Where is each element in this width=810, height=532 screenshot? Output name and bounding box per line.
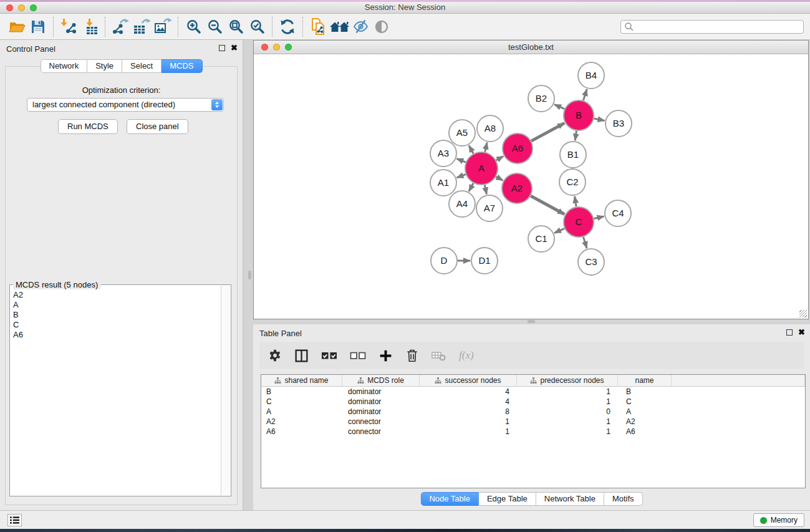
- tab-network[interactable]: Network: [40, 59, 87, 73]
- graph-node-A2[interactable]: A2: [502, 173, 532, 203]
- table-settings-button[interactable]: [268, 349, 282, 362]
- create-column-button[interactable]: [378, 349, 393, 363]
- task-history-button[interactable]: [7, 514, 22, 526]
- float-panel-icon[interactable]: [219, 45, 225, 51]
- graph-edge-A-A3[interactable]: [456, 158, 465, 162]
- table-row[interactable]: C dominator 4 1 C: [261, 397, 805, 407]
- graph-node-D1[interactable]: D1: [471, 248, 498, 274]
- close-table-panel-icon[interactable]: ✖: [798, 329, 805, 336]
- save-session-button[interactable]: [27, 17, 49, 37]
- graph-edge-C-C1[interactable]: [554, 228, 564, 233]
- column-header-successor-nodes[interactable]: successor nodes: [420, 375, 517, 386]
- export-image-button[interactable]: [152, 17, 173, 37]
- minimize-network-button[interactable]: [273, 44, 280, 51]
- graph-node-B4[interactable]: B4: [578, 62, 604, 89]
- vertical-divider-handle[interactable]: [248, 271, 251, 279]
- graph-node-A5[interactable]: A5: [449, 120, 475, 146]
- graph-edge-A6-B[interactable]: [531, 123, 564, 141]
- show-columns-button[interactable]: [294, 349, 309, 363]
- search-input[interactable]: [634, 22, 800, 31]
- graph-node-A4[interactable]: A4: [449, 191, 475, 217]
- graph-node-A3[interactable]: A3: [430, 140, 456, 167]
- graph-edge-B-B2[interactable]: [554, 104, 564, 109]
- graph-edge-A-A4[interactable]: [469, 183, 473, 191]
- tab-edge-table[interactable]: Edge Table: [479, 492, 536, 506]
- table-row[interactable]: B dominator 4 1 B: [261, 387, 805, 397]
- export-table-button[interactable]: [131, 17, 152, 37]
- graph-node-B3[interactable]: B3: [605, 110, 632, 137]
- delete-column-button[interactable]: [405, 348, 419, 363]
- search-box[interactable]: [620, 20, 804, 34]
- graph-edge-B-B4[interactable]: [583, 89, 587, 100]
- graph-edge-A-A5[interactable]: [469, 145, 473, 153]
- graph-node-C1[interactable]: C1: [528, 226, 554, 252]
- graph-edge-B-B1[interactable]: [575, 131, 576, 140]
- graph-node-B2[interactable]: B2: [528, 85, 554, 112]
- import-network-button[interactable]: [58, 17, 79, 37]
- result-item[interactable]: C: [11, 320, 220, 330]
- zoom-fit-button[interactable]: [225, 17, 246, 37]
- show-graphics-details-button[interactable]: [371, 17, 392, 37]
- result-item[interactable]: A2: [11, 290, 220, 300]
- graph-node-A1[interactable]: A1: [430, 170, 456, 196]
- tab-style[interactable]: Style: [87, 59, 122, 73]
- tab-mcds[interactable]: MCDS: [162, 59, 202, 73]
- minimize-window-button[interactable]: [18, 4, 25, 11]
- tab-motifs[interactable]: Motifs: [604, 492, 643, 506]
- graph-edge-C-C4[interactable]: [594, 216, 604, 219]
- zoom-in-button[interactable]: [183, 17, 204, 37]
- network-window-titlebar[interactable]: testGlobe.txt: [254, 41, 808, 54]
- delete-table-button[interactable]: [432, 349, 446, 362]
- close-panel-button[interactable]: Close panel: [127, 119, 188, 134]
- graph-edge-C-C3[interactable]: [583, 237, 587, 248]
- graph-edge-C-C2[interactable]: [575, 196, 577, 207]
- result-item[interactable]: A6: [11, 330, 220, 340]
- graph-node-A[interactable]: A: [465, 152, 498, 185]
- close-network-button[interactable]: [261, 44, 268, 51]
- graph-node-B1[interactable]: B1: [560, 142, 586, 168]
- column-header-predecessor-nodes[interactable]: predecessor nodes: [517, 375, 618, 386]
- apply-layout-button[interactable]: [277, 17, 298, 37]
- hide-graphics-details-button[interactable]: [350, 17, 371, 37]
- graph-node-A8[interactable]: A8: [477, 115, 503, 142]
- result-scrollbar[interactable]: [221, 286, 230, 495]
- graph-node-C3[interactable]: C3: [578, 249, 604, 275]
- graph-edge-A-A8[interactable]: [485, 142, 487, 152]
- graph-node-C2[interactable]: C2: [559, 169, 586, 195]
- graph-node-A6[interactable]: A6: [503, 133, 533, 163]
- table-row[interactable]: A dominator 8 0 A: [261, 407, 805, 417]
- resize-grip[interactable]: [799, 310, 807, 317]
- select-all-rows-button[interactable]: [321, 350, 337, 361]
- network-graph[interactable]: B4B2BB3A5A8A6A3B1AC2A1A2A4A7C4CC1C3DD1: [254, 54, 808, 319]
- graph-edge-A-A7[interactable]: [485, 185, 486, 194]
- export-network-button[interactable]: [110, 17, 131, 37]
- zoom-selected-button[interactable]: [246, 17, 268, 37]
- home-button[interactable]: [329, 17, 350, 37]
- graph-node-C[interactable]: C: [564, 207, 594, 237]
- float-table-panel-icon[interactable]: [786, 329, 793, 336]
- graph-edge-A-A2[interactable]: [496, 177, 503, 180]
- tab-network-table[interactable]: Network Table: [536, 492, 604, 506]
- deselect-all-rows-button[interactable]: [350, 350, 366, 361]
- graph-edge-A-A6[interactable]: [496, 157, 504, 160]
- tab-select[interactable]: Select: [122, 59, 162, 73]
- close-window-button[interactable]: [6, 4, 13, 11]
- clone-network-button[interactable]: [307, 17, 329, 37]
- graph-node-B[interactable]: B: [564, 100, 594, 130]
- horizontal-divider-handle[interactable]: [528, 320, 535, 323]
- column-header-name[interactable]: name: [618, 375, 672, 386]
- function-builder-button[interactable]: f(x): [459, 349, 474, 362]
- column-header-shared-name[interactable]: shared name: [261, 375, 342, 386]
- import-table-button[interactable]: [79, 17, 100, 37]
- table-row[interactable]: A6 connector 1 1 A6: [261, 427, 805, 437]
- result-item[interactable]: B: [11, 310, 220, 320]
- graph-node-A7[interactable]: A7: [476, 195, 503, 221]
- zoom-out-button[interactable]: [204, 17, 225, 37]
- tab-node-table[interactable]: Node Table: [420, 492, 479, 506]
- open-session-button[interactable]: [6, 17, 27, 37]
- graph-edge-B-B3[interactable]: [594, 118, 604, 120]
- zoom-window-button[interactable]: [30, 4, 37, 11]
- run-mcds-button[interactable]: Run MCDS: [58, 119, 118, 134]
- graph-edge-A-A1[interactable]: [457, 175, 466, 178]
- column-header-mcds-role[interactable]: MCDS role: [342, 375, 420, 386]
